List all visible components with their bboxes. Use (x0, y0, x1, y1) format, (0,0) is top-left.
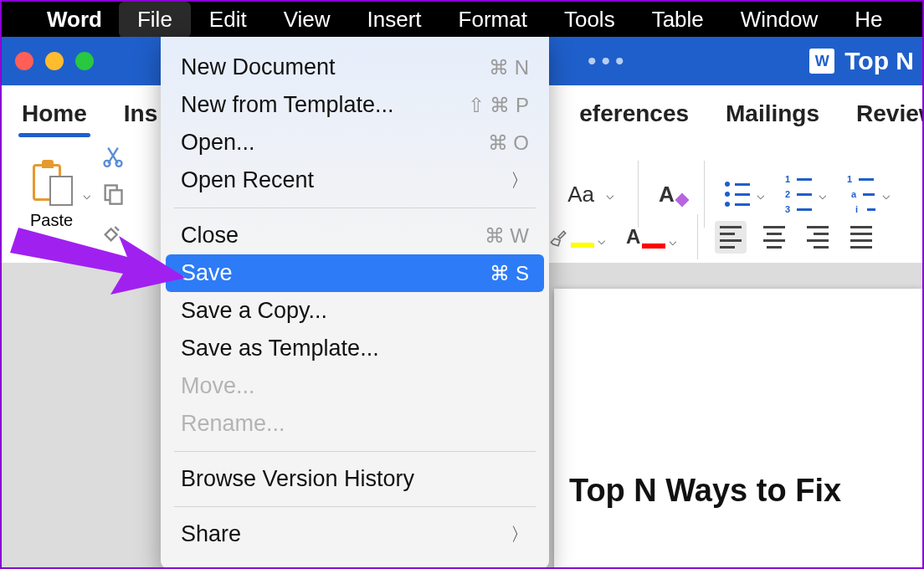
menu-save-copy[interactable]: Save a Copy... (161, 292, 549, 330)
tab-review[interactable]: Review (855, 97, 924, 136)
numbered-list-button[interactable]: 123 ⌵ (785, 174, 830, 214)
menu-save[interactable]: Save⌘ S (166, 254, 544, 292)
chevron-down-icon[interactable]: ⌵ (594, 232, 609, 248)
align-right-button[interactable] (802, 221, 834, 254)
apple-menu-icon[interactable] (10, 18, 30, 21)
chevron-down-icon[interactable]: ⌵ (753, 187, 768, 202)
close-window-button[interactable] (15, 52, 33, 70)
submenu-arrow-icon: 〉 (511, 522, 529, 547)
app-name[interactable]: Word (30, 7, 119, 33)
clear-formatting-icon[interactable] (659, 182, 684, 207)
svg-point-1 (116, 161, 122, 167)
menu-move: Move... (161, 367, 549, 405)
menu-help[interactable]: He (836, 2, 901, 38)
menu-new-document[interactable]: New Document⌘ N (161, 49, 549, 86)
cut-icon[interactable] (101, 144, 125, 167)
menu-tools[interactable]: Tools (546, 2, 634, 38)
change-case-dropdown-icon[interactable]: ⌵ (603, 187, 618, 202)
bullet-list-button[interactable]: ⌵ (725, 182, 768, 207)
font-color-a-icon: A (626, 225, 640, 249)
menu-share[interactable]: Share〉 (161, 515, 549, 553)
tab-mailings[interactable]: Mailings (724, 97, 821, 136)
menu-open[interactable]: Open...⌘ O (161, 124, 549, 161)
menu-separator (174, 451, 536, 452)
submenu-arrow-icon: 〉 (511, 168, 529, 193)
menu-format[interactable]: Format (440, 2, 546, 38)
font-color-button[interactable]: A ⌵ (626, 225, 680, 249)
tab-insert[interactable]: Ins (122, 97, 159, 136)
tab-home[interactable]: Home (20, 97, 89, 136)
macos-menubar: Word File Edit View Insert Format Tools … (2, 2, 922, 37)
font-group: Aa ⌵ (556, 182, 629, 208)
word-document-icon: W (809, 49, 834, 74)
menu-insert[interactable]: Insert (349, 2, 440, 38)
tab-references[interactable]: eferences (578, 97, 690, 136)
menu-open-recent[interactable]: Open Recent〉 (161, 161, 549, 199)
annotation-arrow-icon (10, 194, 194, 303)
menu-separator (174, 208, 536, 208)
menu-edit[interactable]: Edit (191, 2, 265, 38)
more-options-icon[interactable]: ••• (588, 47, 629, 75)
multilevel-list-button[interactable]: 1ai ⌵ (847, 174, 894, 214)
align-justify-button[interactable] (845, 221, 877, 254)
zoom-window-button[interactable] (75, 52, 94, 70)
highlight-button[interactable]: ⌵ (547, 226, 609, 248)
toolbar-separator (697, 214, 698, 259)
chevron-down-icon[interactable]: ⌵ (879, 187, 894, 202)
document-title: Top N (844, 47, 914, 75)
svg-marker-4 (10, 228, 186, 295)
menu-browse-version-history[interactable]: Browse Version History (161, 460, 549, 498)
align-center-button[interactable] (758, 221, 790, 254)
menu-window[interactable]: Window (722, 2, 836, 38)
menu-new-from-template[interactable]: New from Template...⇧ ⌘ P (161, 86, 549, 124)
document-heading: Top N Ways to Fix (569, 473, 922, 509)
menu-rename: Rename... (161, 405, 549, 443)
menu-close[interactable]: Close⌘ W (161, 217, 549, 254)
styles-group (647, 182, 696, 207)
align-left-button[interactable] (715, 221, 747, 254)
highlighter-icon (547, 226, 569, 248)
menu-table[interactable]: Table (634, 2, 722, 38)
menu-view[interactable]: View (265, 2, 349, 38)
window-controls (15, 52, 94, 70)
file-menu-dropdown: New Document⌘ N New from Template...⇧ ⌘ … (161, 37, 549, 569)
alignment-group (715, 221, 877, 254)
minimize-window-button[interactable] (45, 52, 64, 70)
menu-file[interactable]: File (119, 2, 191, 38)
paragraph-group: ⌵ 123 ⌵ 1ai ⌵ (713, 174, 906, 214)
chevron-down-icon[interactable]: ⌵ (665, 233, 680, 249)
menu-separator (174, 506, 536, 507)
document-page[interactable]: Top N Ways to Fix (554, 289, 922, 569)
change-case-button[interactable]: Aa (567, 182, 594, 208)
svg-point-0 (105, 161, 110, 167)
chevron-down-icon[interactable]: ⌵ (815, 187, 830, 202)
menu-save-as-template[interactable]: Save as Template... (161, 330, 549, 367)
